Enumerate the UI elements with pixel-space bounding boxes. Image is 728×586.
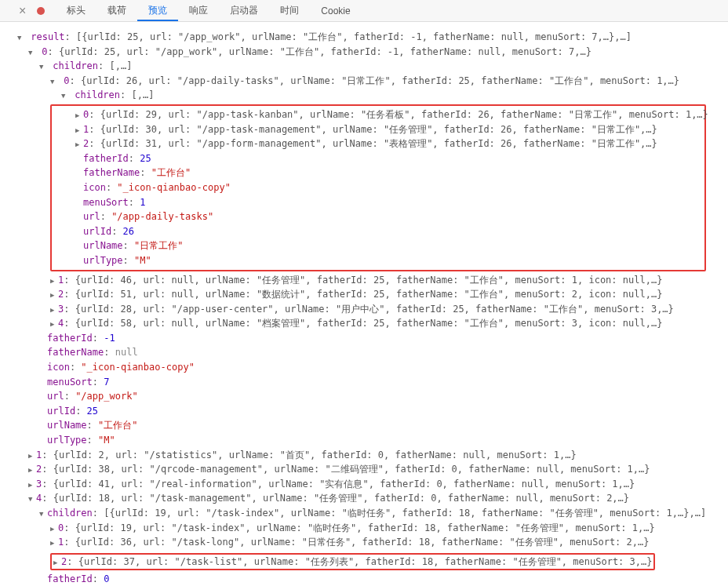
tree-row[interactable]: 0: {urlId: 26, url: "/app-daily-tasks", … xyxy=(6,74,728,89)
tree-row[interactable]: 2: {urlId: 31, url: "/app-form-managemen… xyxy=(53,136,703,151)
json-value: "日常工作" xyxy=(134,240,183,251)
tree-row[interactable]: 2: {urlId: 51, url: null, urlName: "数据统计… xyxy=(6,287,728,302)
json-key: fatherId xyxy=(83,153,129,164)
close-icon[interactable]: × xyxy=(19,4,26,18)
tab-preview[interactable]: 预览 xyxy=(137,1,178,21)
json-summary: [{urlId: 19, url: "/task-index", urlName… xyxy=(104,508,706,519)
caret-right-icon[interactable] xyxy=(28,462,36,477)
tree-row[interactable]: fatherName: "工作台" xyxy=(53,166,703,180)
tab-timing[interactable]: 时间 xyxy=(269,1,310,20)
tree-row[interactable]: urlId: 26 xyxy=(53,224,703,239)
json-summary: {urlId: 18, url: "/task-management", url… xyxy=(53,493,629,504)
tree-row[interactable]: fatherName: null xyxy=(6,345,728,360)
tree-row[interactable]: result: [{urlId: 25, url: "/app_work", u… xyxy=(6,30,728,45)
tree-row[interactable]: urlId: 25 xyxy=(6,404,728,419)
tree-row[interactable]: fatherId: 0 xyxy=(6,572,728,586)
tab-response[interactable]: 响应 xyxy=(178,1,219,20)
json-summary: [,…] xyxy=(109,60,132,71)
json-summary: [,…] xyxy=(131,89,154,100)
caret-down-icon[interactable] xyxy=(28,491,36,506)
json-key: url xyxy=(83,211,100,222)
tree-row[interactable]: 0: {urlId: 29, url: "/app-task-kanban", … xyxy=(53,107,703,122)
record-indicator-icon[interactable] xyxy=(37,7,45,15)
caret-down-icon[interactable] xyxy=(61,88,69,103)
json-summary: {urlId: 31, url: "/app-form-management",… xyxy=(100,138,657,149)
tree-row[interactable]: children: [,…] xyxy=(6,59,728,74)
tab-initiator[interactable]: 启动器 xyxy=(219,1,269,20)
tree-row[interactable]: 1: {urlId: 36, url: "/task-long", urlNam… xyxy=(6,535,728,550)
highlight-box: 0: {urlId: 29, url: "/app-task-kanban", … xyxy=(50,104,706,271)
caret-down-icon[interactable] xyxy=(50,74,58,89)
tab-cookie[interactable]: Cookie xyxy=(310,2,361,20)
tree-row[interactable]: fatherId: 25 xyxy=(53,151,703,166)
json-summary: {urlId: 41, url: "/real-information", ur… xyxy=(53,479,635,490)
json-key: children xyxy=(47,508,93,519)
json-key: children xyxy=(75,89,120,100)
tree-row[interactable]: 3: {urlId: 28, url: "/app-user-center", … xyxy=(6,302,728,317)
tree-row[interactable]: 3: {urlId: 41, url: "/real-information",… xyxy=(6,477,728,492)
caret-down-icon[interactable] xyxy=(39,59,47,74)
json-key: urlName xyxy=(47,420,87,431)
tree-row[interactable]: 1: {urlId: 30, url: "/app-task-managemen… xyxy=(53,122,703,137)
json-value: "工作台" xyxy=(151,167,191,178)
json-summary: {urlId: 2, url: "/statistics", urlName: … xyxy=(53,450,577,460)
json-summary: {urlId: 30, url: "/app-task-management",… xyxy=(100,124,657,135)
tree-row[interactable]: 0: {urlId: 25, url: "/app_work", urlName… xyxy=(6,45,728,60)
tree-row[interactable]: 4: {urlId: 18, url: "/task-management", … xyxy=(6,491,728,506)
json-value: 25 xyxy=(87,406,98,417)
caret-right-icon[interactable] xyxy=(53,555,61,570)
tree-row[interactable]: 2: {urlId: 38, url: "/qrcode-management"… xyxy=(6,462,728,477)
caret-right-icon[interactable] xyxy=(50,302,58,317)
caret-right-icon[interactable] xyxy=(75,122,83,137)
json-key: urlName xyxy=(83,240,123,251)
json-key: icon xyxy=(83,182,106,193)
tree-row[interactable]: children: [,…] xyxy=(6,88,728,103)
tree-row[interactable]: url: "/app_work" xyxy=(6,389,728,404)
json-value: 25 xyxy=(140,153,151,164)
caret-right-icon[interactable] xyxy=(50,521,58,536)
json-summary: {urlId: 37, url: "/task-list", urlName: … xyxy=(78,556,653,567)
caret-right-icon[interactable] xyxy=(28,477,36,492)
tab-headers[interactable]: 标头 xyxy=(56,1,96,20)
json-key: url xyxy=(47,391,64,402)
tree-row[interactable]: 0: {urlId: 19, url: "/task-index", urlNa… xyxy=(6,521,728,536)
caret-right-icon[interactable] xyxy=(28,448,36,463)
tree-row[interactable]: 1: {urlId: 46, url: null, urlName: "任务管理… xyxy=(6,273,728,288)
tree-row[interactable]: urlName: "工作台" xyxy=(6,418,728,433)
caret-down-icon[interactable] xyxy=(28,45,36,60)
tree-row[interactable]: menuSort: 7 xyxy=(6,375,728,390)
tree-row[interactable]: 1: {urlId: 2, url: "/statistics", urlNam… xyxy=(6,448,728,463)
json-value: 7 xyxy=(104,377,109,388)
caret-right-icon[interactable] xyxy=(75,107,83,122)
caret-right-icon[interactable] xyxy=(50,316,58,331)
tree-row[interactable]: url: "/app-daily-tasks" xyxy=(53,209,703,224)
caret-right-icon[interactable] xyxy=(75,136,83,151)
tree-row[interactable]: fatherId: -1 xyxy=(6,331,728,346)
caret-down-icon[interactable] xyxy=(17,30,25,45)
tree-row[interactable]: icon: "_icon-qianbao-copy" xyxy=(53,180,703,195)
json-summary: [{urlId: 25, url: "/app_work", urlName: … xyxy=(76,31,632,42)
json-key: fatherName xyxy=(83,167,140,178)
tab-payload[interactable]: 载荷 xyxy=(96,1,137,20)
caret-right-icon[interactable] xyxy=(50,273,58,288)
caret-down-icon[interactable] xyxy=(39,506,47,521)
tree-row[interactable]: 4: {urlId: 58, url: null, urlName: "档案管理… xyxy=(6,316,728,331)
tree-row[interactable]: icon: "_icon-qianbao-copy" xyxy=(6,360,728,375)
caret-right-icon[interactable] xyxy=(50,287,58,302)
json-value: null xyxy=(115,347,138,358)
devtools-tabbar: × 标头 载荷 预览 响应 启动器 时间 Cookie xyxy=(0,0,728,22)
json-summary: {urlId: 29, url: "/app-task-kanban", url… xyxy=(100,109,708,120)
tree-row[interactable]: urlName: "日常工作" xyxy=(53,238,703,253)
json-value: "M" xyxy=(98,435,115,446)
tree-row[interactable]: children: [{urlId: 19, url: "/task-index… xyxy=(6,506,728,521)
json-key: children xyxy=(53,60,98,71)
caret-right-icon[interactable] xyxy=(50,535,58,550)
tree-row[interactable]: urlType: "M" xyxy=(53,253,703,268)
tree-row[interactable]: menuSort: 1 xyxy=(53,195,703,210)
json-value: "工作台" xyxy=(98,420,137,431)
json-key: fatherId xyxy=(47,573,93,584)
json-value: "M" xyxy=(134,255,151,266)
tree-row[interactable]: urlType: "M" xyxy=(6,433,728,448)
json-value: "_icon-qianbao-copy" xyxy=(81,362,195,373)
json-key: result xyxy=(31,31,64,42)
